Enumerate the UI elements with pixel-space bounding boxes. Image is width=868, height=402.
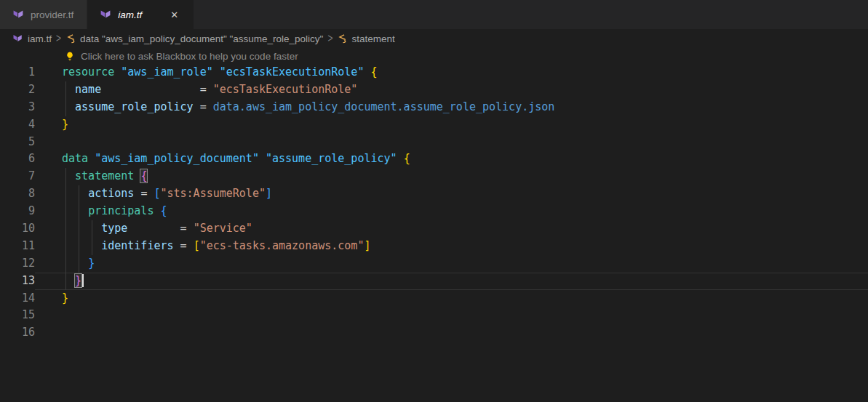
code-text[interactable]: statement { — [35, 168, 868, 185]
indent-guide — [79, 203, 79, 220]
code-line[interactable]: 2 name = "ecsTaskExecutionRole" — [0, 81, 868, 99]
line-number: 2 — [0, 81, 35, 99]
line-number: 6 — [0, 150, 35, 168]
indent-guide — [65, 203, 66, 220]
code-token — [194, 100, 200, 113]
code-token: "Service" — [194, 222, 252, 235]
text-cursor — [82, 274, 84, 287]
code-token: principals — [88, 204, 154, 217]
code-token: { — [160, 204, 167, 217]
breadcrumb: iam.tf > data "aws_iam_policy_document" … — [0, 29, 868, 48]
breadcrumb-item-block[interactable]: data "aws_iam_policy_document" "assume_r… — [80, 33, 323, 44]
code-text[interactable]: } — [35, 255, 868, 273]
code-line[interactable]: 9 principals { — [0, 203, 868, 220]
indent-guide — [79, 185, 79, 203]
line-number: 16 — [0, 324, 35, 342]
code-token — [88, 152, 95, 165]
indent-guide — [65, 255, 66, 273]
code-line[interactable]: 10 type = "Service" — [0, 220, 868, 238]
code-token: "ecs-tasks.amazonaws.com" — [200, 239, 365, 252]
line-number: 1 — [0, 64, 35, 81]
code-text[interactable]: identifiers = ["ecs-tasks.amazonaws.com"… — [35, 238, 868, 255]
code-token: statement — [75, 169, 134, 182]
line-number: 9 — [0, 203, 35, 220]
indent-guide — [65, 220, 66, 238]
code-text[interactable] — [35, 134, 868, 151]
vscode-window: provider.tf iam.tf ✕ iam.tf > data "aws_… — [0, 0, 868, 402]
code-token: identifiers — [101, 239, 173, 252]
code-line[interactable]: 11 identifiers = ["ecs-tasks.amazonaws.c… — [0, 238, 868, 255]
code-token: assume_role_policy — [75, 100, 194, 113]
code-token: ] — [364, 239, 370, 252]
code-token: = — [200, 100, 207, 113]
code-token — [207, 83, 213, 96]
code-token — [127, 222, 180, 235]
code-text[interactable] — [35, 324, 868, 342]
code-line[interactable]: 16 — [0, 324, 868, 342]
chevron-right-icon: > — [327, 32, 333, 45]
code-line[interactable]: 4} — [0, 116, 868, 134]
code-token — [187, 222, 194, 235]
code-token: "assume_role_policy" — [266, 152, 397, 165]
line-number: 8 — [0, 185, 35, 203]
code-line[interactable]: 14} — [0, 290, 868, 307]
close-icon[interactable]: ✕ — [168, 9, 180, 21]
indent-guide — [65, 99, 66, 116]
code-token: "ecsTaskExecutionRole" — [213, 83, 358, 96]
code-token — [174, 239, 180, 252]
breadcrumb-item-file[interactable]: iam.tf — [28, 33, 52, 44]
code-token — [101, 83, 199, 96]
code-token: "aws_iam_policy_document" — [95, 152, 259, 165]
code-token: actions — [88, 187, 134, 200]
lightbulb-icon — [65, 51, 75, 62]
indent-guide — [92, 238, 92, 255]
code-text[interactable]: } — [35, 273, 868, 290]
code-line[interactable]: 1resource "aws_iam_role" "ecsTaskExecuti… — [0, 64, 868, 81]
indent-guide — [65, 238, 66, 255]
line-number: 4 — [0, 116, 35, 134]
tab-iam-tf[interactable]: iam.tf ✕ — [87, 0, 194, 29]
indent-guide — [79, 220, 79, 238]
code-token: } — [62, 118, 68, 131]
code-line[interactable]: 5 — [0, 134, 868, 151]
code-text[interactable]: } — [35, 116, 868, 134]
terraform-icon — [13, 9, 25, 20]
code-line[interactable]: 6data "aws_iam_policy_document" "assume_… — [0, 150, 868, 168]
code-token — [114, 65, 121, 79]
code-text[interactable]: } — [35, 290, 868, 307]
indent-guide — [79, 238, 79, 255]
code-text[interactable]: name = "ecsTaskExecutionRole" — [35, 81, 868, 99]
code-text[interactable]: assume_role_policy = data.aws_iam_policy… — [35, 99, 868, 116]
code-line[interactable]: 3 assume_role_policy = data.aws_iam_poli… — [0, 99, 868, 116]
code-token — [187, 239, 194, 252]
code-token: } — [62, 292, 68, 305]
code-editor[interactable]: 1resource "aws_iam_role" "ecsTaskExecuti… — [0, 64, 868, 342]
code-token — [62, 274, 75, 287]
symbol-block-icon — [65, 33, 76, 44]
line-number: 3 — [0, 99, 35, 116]
code-token — [62, 169, 75, 182]
line-number: 5 — [0, 134, 35, 151]
hint-text: Click here to ask Blackbox to help you c… — [81, 51, 298, 62]
code-text[interactable]: principals { — [35, 203, 868, 220]
chevron-right-icon: > — [56, 32, 61, 45]
code-token: type — [101, 222, 127, 235]
code-text[interactable]: type = "Service" — [35, 220, 868, 238]
code-line[interactable]: 15 — [0, 307, 868, 324]
code-line[interactable]: 7 statement { — [0, 168, 868, 185]
indent-guide — [92, 220, 92, 238]
code-line[interactable]: 8 actions = ["sts:AssumeRole"] — [0, 185, 868, 203]
code-text[interactable] — [35, 307, 868, 324]
line-number: 7 — [0, 168, 35, 185]
code-line[interactable]: 13 } — [0, 273, 868, 290]
code-line[interactable]: 12 } — [0, 255, 868, 273]
code-text[interactable]: data "aws_iam_policy_document" "assume_r… — [35, 150, 868, 168]
code-text[interactable]: resource "aws_iam_role" "ecsTaskExecutio… — [35, 64, 868, 81]
code-token: "ecsTaskExecutionRole" — [220, 65, 365, 79]
code-text[interactable]: actions = ["sts:AssumeRole"] — [35, 185, 868, 203]
blackbox-hint[interactable]: Click here to ask Blackbox to help you c… — [0, 48, 868, 64]
code-token: = — [180, 239, 187, 252]
code-token: ] — [266, 187, 272, 200]
breadcrumb-item-statement[interactable]: statement — [351, 33, 394, 44]
tab-provider-tf[interactable]: provider.tf — [0, 0, 87, 29]
